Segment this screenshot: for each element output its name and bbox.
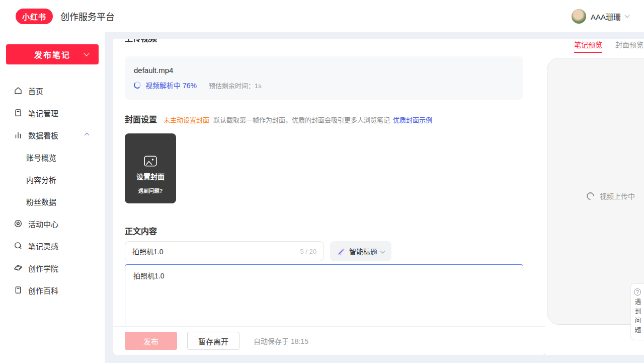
- inspiration-search-icon: [14, 241, 23, 250]
- sidebar-item-label: 笔记管理: [28, 108, 58, 118]
- chevron-up-icon: [85, 132, 90, 137]
- file-name: default.mp4: [134, 66, 514, 75]
- magic-pen-icon: [337, 247, 346, 256]
- sidebar-item-label: 内容分析: [26, 174, 56, 185]
- tab-note-preview[interactable]: 笔记预览: [574, 39, 602, 53]
- help-button-label: 遇到问题: [633, 299, 642, 336]
- eta-text: 预估剩余时间：1s: [209, 81, 262, 90]
- smart-title-label: 智能标题: [349, 246, 377, 256]
- image-icon: [144, 156, 157, 167]
- publish-note-label: 发布笔记: [34, 48, 70, 60]
- sidebar-item-label: 创作学院: [28, 263, 58, 273]
- cover-problem-link[interactable]: 遇到问题?: [138, 187, 163, 194]
- sidebar-item-fans-data[interactable]: 粉丝数据: [0, 190, 105, 212]
- sidebar-item-content-analysis[interactable]: 内容分析: [0, 168, 105, 190]
- cover-hint-text: 默认截取第一帧作为封面，优质的封面会吸引更多人浏览笔记: [213, 115, 390, 124]
- page-title: 创作服务平台: [60, 10, 115, 23]
- parsing-status: 视频解析中 76%: [145, 80, 197, 90]
- chevron-down-icon: [625, 13, 630, 18]
- sidebar-item-account-overview[interactable]: 账号概览: [0, 146, 105, 168]
- set-cover-label: 设置封面: [136, 171, 165, 181]
- video-uploading-status: 视频上传中: [587, 191, 635, 201]
- preview-panel: 笔记预览 封面预览 视频上传中: [545, 39, 644, 355]
- title-input-value: 拍照机1.0: [132, 246, 163, 256]
- save-and-leave-button[interactable]: 暂存离开: [187, 332, 239, 350]
- preview-tabs: 笔记预览 封面预览: [574, 39, 644, 53]
- footer-action-bar: 发布 暂存离开 自动保存于 18:15: [113, 326, 545, 355]
- home-icon: [14, 86, 23, 95]
- sidebar-item-label: 首页: [28, 86, 43, 96]
- user-name: AAA珊珊: [591, 11, 621, 22]
- sidebar-item-note-management[interactable]: 笔记管理: [0, 102, 105, 124]
- sidebar-menu: 首页 笔记管理 数据看板 账号概览 内容分析 粉丝数据 活动中心 笔记灵感: [0, 80, 105, 301]
- cover-warning-text: 未主动设置封面: [164, 115, 209, 124]
- sidebar-item-home[interactable]: 首页: [0, 80, 105, 102]
- chevron-down-icon: [380, 248, 385, 253]
- sidebar-item-label: 笔记灵感: [28, 241, 58, 251]
- sidebar-item-label: 账号概览: [26, 152, 56, 163]
- publish-button[interactable]: 发布: [125, 332, 177, 350]
- body-text-value: 拍照机1.0: [133, 272, 164, 280]
- planet-icon: [14, 263, 23, 272]
- logo-text: 小红书: [22, 11, 46, 22]
- publish-note-button[interactable]: 发布笔记: [6, 44, 99, 64]
- uploading-spinner-icon: [585, 190, 596, 201]
- content-heading: 正文内容: [125, 225, 545, 237]
- chevron-down-icon: [84, 50, 89, 56]
- uploading-status-text: 视频上传中: [600, 191, 635, 201]
- book-icon: [14, 285, 23, 295]
- sidebar-item-label: 粉丝数据: [26, 196, 56, 207]
- activity-star-icon: [14, 219, 23, 228]
- user-menu[interactable]: AAA珊珊: [572, 9, 629, 24]
- sidebar-item-activity-center[interactable]: 活动中心: [0, 212, 105, 235]
- main-content-card: 上传视频 default.mp4 视频解析中 76% 预估剩余时间：1s 封面设…: [113, 39, 545, 355]
- sidebar-item-label: 活动中心: [28, 219, 58, 229]
- tab-cover-preview[interactable]: 封面预览: [615, 39, 643, 53]
- cover-settings-heading: 封面设置: [125, 113, 157, 125]
- top-header: 小红书 创作服务平台 AAA珊珊: [0, 0, 644, 32]
- cover-examples-link[interactable]: 优质封面示例: [393, 115, 432, 124]
- title-input[interactable]: 拍照机1.0 5 / 20: [125, 241, 324, 261]
- autosave-status: 自动保存于 18:15: [254, 336, 308, 346]
- sidebar-item-label: 创作百科: [28, 285, 58, 296]
- title-char-counter: 5 / 20: [300, 248, 316, 255]
- video-upload-status-box: default.mp4 视频解析中 76% 预估剩余时间：1s: [125, 56, 523, 100]
- sidebar-item-creation-academy[interactable]: 创作学院: [0, 257, 105, 279]
- smart-title-button[interactable]: 智能标题: [330, 241, 391, 261]
- help-floating-button[interactable]: ? 遇到问题: [630, 283, 644, 340]
- question-mark-icon: ?: [634, 288, 641, 296]
- note-preview-card: 视频上传中: [547, 58, 644, 325]
- bar-chart-icon: [14, 130, 23, 139]
- notes-icon: [14, 108, 23, 117]
- sidebar-item-data-dashboard[interactable]: 数据看板: [0, 124, 105, 146]
- sidebar-item-note-inspiration[interactable]: 笔记灵感: [0, 235, 105, 257]
- sidebar-item-label: 数据看板: [28, 130, 58, 140]
- xiaohongshu-logo[interactable]: 小红书: [16, 9, 53, 24]
- clipped-section-heading: 上传视频: [125, 39, 545, 43]
- sidebar: 发布笔记 首页 笔记管理 数据看板 账号概览 内容分析 粉丝数据 活动中心: [0, 32, 105, 363]
- sidebar-item-creation-encyclopedia[interactable]: 创作百科: [0, 279, 105, 301]
- avatar[interactable]: [572, 9, 586, 24]
- set-cover-button[interactable]: 设置封面 遇到问题?: [125, 133, 176, 203]
- parsing-spinner-icon: [134, 82, 141, 89]
